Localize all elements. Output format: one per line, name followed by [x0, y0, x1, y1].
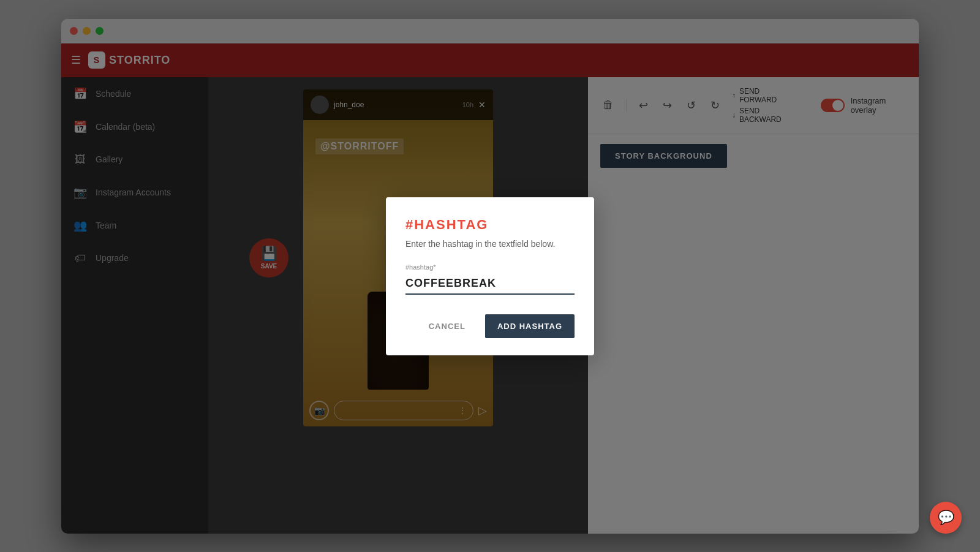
chat-icon: 💬: [938, 510, 954, 526]
modal-actions: CANCEL ADD HASHTAG: [405, 314, 575, 338]
hashtag-modal: #HASHTAG Enter the hashtag in the textfi…: [386, 197, 594, 355]
modal-subtitle: Enter the hashtag in the textfield below…: [405, 239, 575, 249]
cancel-button[interactable]: CANCEL: [419, 316, 475, 337]
modal-overlay: #HASHTAG Enter the hashtag in the textfi…: [0, 0, 980, 552]
chat-support-button[interactable]: 💬: [930, 502, 962, 534]
hashtag-field-label: #hashtag*: [405, 263, 575, 271]
add-hashtag-button[interactable]: ADD HASHTAG: [485, 314, 575, 338]
modal-title: #HASHTAG: [405, 217, 575, 233]
hashtag-input[interactable]: [405, 273, 575, 295]
